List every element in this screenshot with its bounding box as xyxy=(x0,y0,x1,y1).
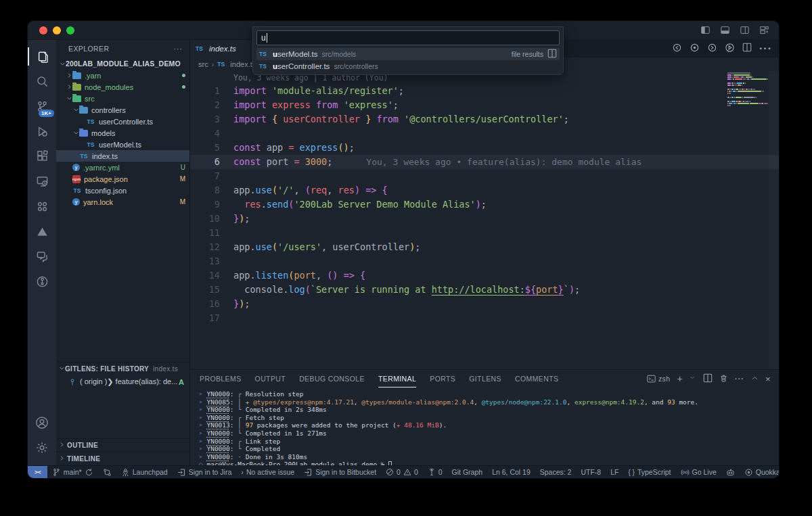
gitlens-back-icon[interactable] xyxy=(672,43,682,55)
panel-tab-output[interactable]: OUTPUT xyxy=(255,370,286,388)
panel-tab-ports[interactable]: PORTS xyxy=(430,370,455,388)
toggle-panel-icon[interactable] xyxy=(720,26,730,34)
tree-root-folder[interactable]: 200LAB_MODULE_ALIAS_DEMO xyxy=(56,57,189,70)
terminal-dropdown-icon[interactable] xyxy=(690,375,696,383)
file-tree-row-index-ts[interactable]: TSindex.ts xyxy=(56,150,189,162)
activity-settings-icon[interactable] xyxy=(28,435,56,460)
panel-tab-gitlens[interactable]: GITLENS xyxy=(469,370,501,388)
activity-ext-grid-icon[interactable] xyxy=(28,194,56,219)
quick-open-input[interactable]: u xyxy=(256,30,560,45)
close-panel-icon[interactable]: × xyxy=(765,374,771,384)
split-editor-icon[interactable] xyxy=(742,43,752,55)
status-launchpad[interactable]: Launchpad xyxy=(116,466,173,478)
breadcrumb-src[interactable]: src xyxy=(198,60,208,68)
status-git-graph[interactable]: Git Graph xyxy=(447,466,488,478)
file-tree-row--yarn[interactable]: .yarn xyxy=(56,70,189,81)
status-encoding[interactable]: UTF-8 xyxy=(576,466,606,478)
activity-remote-explorer-icon[interactable] xyxy=(28,169,56,194)
status-indentation[interactable]: Spaces: 2 xyxy=(535,466,577,478)
activity-run-debug-icon[interactable] xyxy=(28,119,56,144)
file-tree-row-models[interactable]: models xyxy=(56,127,189,139)
status-gitlens-compare[interactable] xyxy=(98,466,116,478)
activity-source-control-icon[interactable]: 1K+ xyxy=(28,94,56,119)
code-line-16[interactable]: 16 }); xyxy=(190,297,779,311)
gitlens-forward-icon[interactable] xyxy=(707,43,717,55)
file-tree-row-usercontroller-ts[interactable]: TSuserController.ts xyxy=(56,116,189,127)
code-line-12[interactable]: 12 app.use('/users', userController); xyxy=(190,240,779,254)
toggle-primary-sidebar-icon[interactable] xyxy=(700,26,710,34)
status-ports[interactable]: 0 xyxy=(423,466,447,478)
file-tree-row-usermodel-ts[interactable]: TSuserModel.ts xyxy=(56,139,189,150)
toggle-secondary-sidebar-icon[interactable] xyxy=(740,26,750,34)
gitlens-commit-row[interactable]: ( origin )❯ feature(alias): de... A xyxy=(56,375,189,388)
kill-terminal-icon[interactable] xyxy=(719,374,728,384)
activity-account-icon[interactable] xyxy=(28,410,56,435)
status-problems[interactable]: 0 0 xyxy=(381,466,423,478)
code-line-4[interactable]: 4 xyxy=(190,126,779,141)
code-line-8[interactable]: 8 app.use('/', (req, res) => { xyxy=(190,183,779,197)
status-cursor-position[interactable]: Ln 6, Col 19 xyxy=(487,466,535,478)
status-eol[interactable]: LF xyxy=(606,466,623,478)
code-line-13[interactable]: 13 xyxy=(190,254,779,268)
gitlens-file-history-header[interactable]: GITLENS: FILE HISTORY index.ts xyxy=(56,362,189,375)
code-editor[interactable]: You, 3 weeks ago | 1 author (You) 1 impo… xyxy=(190,71,779,369)
activity-comments-icon[interactable] xyxy=(28,244,56,269)
file-tree-row--yarnrc-yml[interactable]: y.yarnrc.ymlU xyxy=(56,162,189,173)
file-tree-row-node-modules[interactable]: node_modules xyxy=(56,81,189,93)
panel-more-icon[interactable]: ··· xyxy=(735,375,744,383)
activity-explorer-icon[interactable] xyxy=(28,44,56,69)
timeline-section-header[interactable]: TIMELINE xyxy=(56,452,189,465)
code-line-2[interactable]: 2 import express from 'express'; xyxy=(190,98,779,112)
file-tree-row-yarn-lock[interactable]: yyarn.lockM xyxy=(56,196,189,208)
activity-extensions-icon[interactable] xyxy=(28,144,56,169)
activity-search-icon[interactable] xyxy=(28,69,56,94)
new-terminal-button[interactable]: + xyxy=(677,373,683,384)
code-line-15[interactable]: 15 console.log(`Server is running at htt… xyxy=(190,283,779,297)
panel-tab-terminal[interactable]: TERMINAL xyxy=(378,370,416,388)
activity-ext-triangle-icon[interactable] xyxy=(28,219,56,244)
status-go-live[interactable]: Go Live xyxy=(676,466,721,478)
explorer-more-actions-button[interactable]: ··· xyxy=(174,45,183,53)
minimap[interactable] xyxy=(727,72,768,109)
run-file-icon[interactable] xyxy=(725,43,735,55)
activity-gitlens-icon[interactable] xyxy=(28,269,56,294)
code-line-14[interactable]: 14 app.listen(port, () => { xyxy=(190,268,779,283)
status-active-issue[interactable]: › No active issue xyxy=(236,466,299,478)
gitlens-revision-icon[interactable] xyxy=(690,43,700,55)
status-git-branch[interactable]: main* xyxy=(47,466,98,478)
status-language-mode[interactable]: { } TypeScript xyxy=(623,466,675,478)
code-line-7[interactable]: 7 xyxy=(190,169,779,183)
code-line-3[interactable]: 3 import { userController } from '@contr… xyxy=(190,112,779,126)
file-tree-row-controllers[interactable]: controllers xyxy=(56,104,189,116)
open-to-side-icon[interactable] xyxy=(547,49,557,60)
status-remote-indicator[interactable]: >< xyxy=(28,466,47,478)
terminal-instance[interactable]: zsh xyxy=(647,375,671,383)
close-window-button[interactable] xyxy=(39,26,47,34)
file-tree-row-tsconfig-json[interactable]: TStsconfig.json xyxy=(56,185,189,196)
customize-layout-icon[interactable] xyxy=(759,26,769,34)
split-terminal-icon[interactable] xyxy=(703,373,713,384)
code-line-10[interactable]: 10 }); xyxy=(190,212,779,226)
panel-tab-problems[interactable]: PROBLEMS xyxy=(200,370,242,388)
terminal-output[interactable]: ➤ YN0000: ┌ Resolution step➤ YN0085: │ +… xyxy=(190,388,779,465)
more-actions-icon[interactable]: ··· xyxy=(759,43,772,55)
code-line-1[interactable]: 1 import 'module-alias/register'; xyxy=(190,84,779,98)
code-line-9[interactable]: 9 res.send('200Lab Server Demo Module Al… xyxy=(190,197,779,212)
zoom-window-button[interactable] xyxy=(66,26,74,34)
panel-tab-debug-console[interactable]: DEBUG CONSOLE xyxy=(299,370,365,388)
editor-scrollbar[interactable] xyxy=(769,71,779,369)
file-tree-row-package-json[interactable]: npmpackage.jsonM xyxy=(56,173,189,185)
code-line-5[interactable]: 5 const app = express(); xyxy=(190,141,779,155)
quick-open-result-usermodel-ts[interactable]: TS userModel.ts src/models file results xyxy=(256,48,560,60)
minimize-window-button[interactable] xyxy=(53,26,61,34)
status-copilot[interactable] xyxy=(721,466,740,478)
panel-tab-comments[interactable]: COMMENTS xyxy=(515,370,558,388)
quick-open-result-usercontroller-ts[interactable]: TS userController.ts src/controllers xyxy=(256,60,560,72)
status-jira-signin[interactable]: Sign in to Jira xyxy=(173,466,237,478)
status-bitbucket-signin[interactable]: Sign in to Bitbucket xyxy=(299,466,381,478)
outline-section-header[interactable]: OUTLINE xyxy=(56,439,189,452)
maximize-panel-icon[interactable] xyxy=(751,375,759,383)
status-quokka[interactable]: Quokka xyxy=(740,466,780,478)
code-line-17[interactable]: 17 xyxy=(190,311,779,325)
code-line-11[interactable]: 11 xyxy=(190,226,779,240)
